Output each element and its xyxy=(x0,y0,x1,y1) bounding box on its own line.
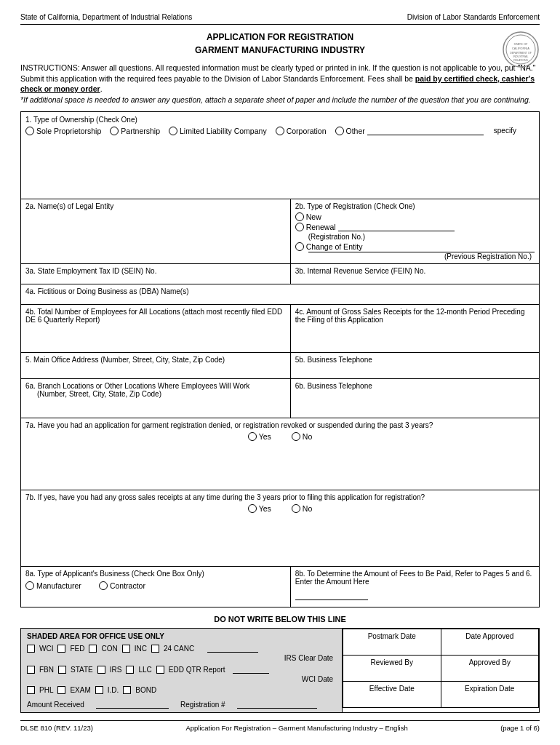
radio-circle-new[interactable] xyxy=(295,212,304,221)
checkbox-24canc[interactable] xyxy=(151,645,159,653)
office-row3: PHL EXAM I.D. BOND xyxy=(27,686,336,694)
checkbox-phl[interactable] xyxy=(27,686,35,694)
section4c-cell: 4c. Amount of Gross Sales Receipts for t… xyxy=(290,304,539,352)
checkbox-fbn[interactable] xyxy=(27,666,35,674)
radio-7b-no[interactable]: No xyxy=(292,504,312,513)
amount-reg-row: Amount Received Registration # xyxy=(27,700,336,709)
label-fbn: FBN xyxy=(39,666,54,674)
footer-right: (page 1 of 6) xyxy=(500,724,540,732)
checkbox-wci[interactable] xyxy=(27,645,35,653)
date-approved-cell: Date Approved xyxy=(441,629,538,656)
label-phl: PHL xyxy=(39,686,53,694)
other-field[interactable] xyxy=(367,127,484,135)
label-inc: INC xyxy=(135,645,147,653)
registration-field[interactable] xyxy=(237,700,317,709)
radio-renewal[interactable]: Renewal xyxy=(295,223,535,231)
label-wci: WCI xyxy=(39,645,53,653)
section2a-cell: 2a. Name(s) of Legal Entity xyxy=(21,199,291,263)
radio-corporation[interactable]: Corporation xyxy=(276,127,327,135)
section4c-label: 4c. Amount of Gross Sales Receipts for t… xyxy=(295,308,535,324)
partnership-label: Partnership xyxy=(121,127,160,135)
section4a-row: 4a. Fictitious or Doing Business as (DBA… xyxy=(21,284,540,304)
checkbox-irs[interactable] xyxy=(97,666,105,674)
checkbox-inc[interactable] xyxy=(122,645,130,653)
checkbox-llc[interactable] xyxy=(126,666,134,674)
checkbox-fed[interactable] xyxy=(57,645,65,653)
section6a-cell: 6a. Branch Locations or Other Locations … xyxy=(21,378,291,418)
radio-circle-other[interactable] xyxy=(335,127,344,135)
amount-received-field[interactable] xyxy=(96,700,169,709)
svg-text:RELATIONS: RELATIONS xyxy=(513,59,528,62)
dates-row1: Postmark Date Date Approved xyxy=(343,629,539,656)
radio-7a-yes[interactable]: Yes xyxy=(248,432,271,441)
section4a-cell: 4a. Fictitious or Doing Business as (DBA… xyxy=(21,284,540,304)
radio-change-entity[interactable]: Change of Entity xyxy=(295,242,535,251)
radio-circle-7b-no[interactable] xyxy=(292,504,300,513)
section8a-label: 8a. Type of Applicant's Business (Check … xyxy=(25,570,286,578)
header-left: State of California, Department of Indus… xyxy=(20,13,192,21)
section7b-label: 7b. If yes, have you had any gross sales… xyxy=(25,493,535,501)
checkbox-bond[interactable] xyxy=(123,686,131,694)
label-irs: IRS xyxy=(110,666,122,674)
footer-left: DLSE 810 (REV. 11/23) xyxy=(20,724,93,732)
radio-llc[interactable]: Limited Liability Company xyxy=(169,127,267,135)
label-24canc: 24 CANC xyxy=(164,645,194,653)
section4bc-row: 4b. Total Number of Employees for All Lo… xyxy=(21,304,540,352)
office-section: SHADED AREA FOR OFFICE USE ONLY WCI FED … xyxy=(20,628,540,713)
radio-7a-no[interactable]: No xyxy=(292,432,312,441)
dates-row3: Effective Date Expiration Date xyxy=(343,682,539,708)
section2b-label: 2b. Type of Registration (Check One) xyxy=(295,202,535,210)
radio-circle-7a-no[interactable] xyxy=(292,432,300,441)
svg-text:STATE OF: STATE OF xyxy=(514,42,529,46)
instructions: INSTRUCTIONS: Answer all questions. All … xyxy=(20,63,540,105)
radio-partnership[interactable]: Partnership xyxy=(110,127,160,135)
section1-cell: 1. Type of Ownership (Check One) Sole Pr… xyxy=(21,111,540,199)
label-id: I.D. xyxy=(108,686,119,694)
dates-table: Postmark Date Date Approved Reviewed By … xyxy=(343,629,539,708)
radio-new[interactable]: New xyxy=(295,212,535,221)
checkbox-edd-qtr[interactable] xyxy=(156,666,164,674)
radio-circle-llc[interactable] xyxy=(169,127,177,135)
radio-circle-7a-yes[interactable] xyxy=(248,432,257,441)
top-header: State of California, Department of Indus… xyxy=(20,13,540,25)
label-edd-qtr: EDD QTR Report xyxy=(169,666,225,674)
specify-label: specify xyxy=(494,127,516,135)
renewal-field[interactable] xyxy=(338,223,455,231)
date-approved-label: Date Approved xyxy=(465,632,513,640)
radio-circle-renewal[interactable] xyxy=(295,223,304,231)
radio-sole-proprietorship[interactable]: Sole Proprietorship xyxy=(25,127,101,135)
instructions-end: . xyxy=(100,84,103,93)
section1-options: Sole Proprietorship Partnership Limited … xyxy=(25,127,535,135)
wci-date-field[interactable] xyxy=(233,665,269,674)
reviewed-by-label: Reviewed By xyxy=(371,658,413,666)
7a-yes-label: Yes xyxy=(259,432,271,441)
radio-contractor[interactable]: Contractor xyxy=(99,581,145,590)
section8b-field[interactable] xyxy=(295,591,368,600)
radio-circle-sole[interactable] xyxy=(25,127,34,135)
do-not-write: DO NOT WRITE BELOW THIS LINE xyxy=(20,615,540,624)
section2a-label: 2a. Name(s) of Legal Entity xyxy=(25,202,286,210)
radio-circle-mfr[interactable] xyxy=(25,581,34,590)
checkbox-exam[interactable] xyxy=(57,686,65,694)
radio-circle-7b-yes[interactable] xyxy=(248,504,257,513)
approved-by-label: Approved By xyxy=(469,658,511,666)
section1-label: 1. Type of Ownership (Check One) xyxy=(25,116,535,124)
section5b-label: 5b. Business Telephone xyxy=(295,356,535,364)
checkbox-state[interactable] xyxy=(58,666,66,674)
section3a-label: 3a. State Employment Tax ID (SEIN) No. xyxy=(25,267,286,275)
radio-manufacturer[interactable]: Manufacturer xyxy=(25,581,81,590)
radio-7b-yes[interactable]: Yes xyxy=(248,504,271,513)
section8-row: 8a. Type of Applicant's Business (Check … xyxy=(21,567,540,607)
radio-circle-contractor[interactable] xyxy=(99,581,108,590)
checkbox-id[interactable] xyxy=(95,686,103,694)
section6b-cell: 6b. Business Telephone xyxy=(290,378,539,418)
radio-circle-change[interactable] xyxy=(295,242,304,251)
radio-other[interactable]: Other xyxy=(335,127,484,135)
section7a-cell: 7a. Have you had an application for garm… xyxy=(21,418,540,490)
radio-circle-partnership[interactable] xyxy=(110,127,119,135)
section7b-options: Yes No xyxy=(25,504,535,513)
radio-circle-corp[interactable] xyxy=(276,127,284,135)
checkbox-con[interactable] xyxy=(89,645,97,653)
irs-clear-date-field[interactable] xyxy=(207,644,258,653)
section2a-field[interactable] xyxy=(25,210,286,242)
